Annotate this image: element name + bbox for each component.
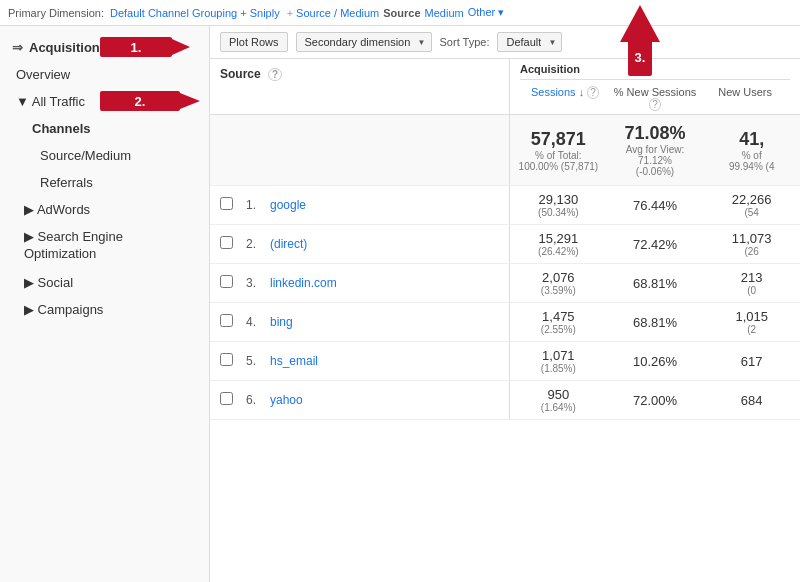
sidebar-source-medium-label: Source/Medium bbox=[40, 148, 131, 163]
summary-pct-new-sessions-cell: 71.08% Avg for View: 71.12% (-0.06%) bbox=[607, 115, 704, 185]
pct-new-sessions-help-icon: ? bbox=[649, 98, 661, 111]
sidebar-social-label: ▶ Social bbox=[24, 275, 73, 290]
row-checkbox-input-5[interactable] bbox=[220, 392, 233, 405]
sidebar-acquisition-label: Acquisition bbox=[29, 40, 100, 55]
table-body: 57,871 % of Total: 100.00% (57,871) 71.0… bbox=[210, 115, 800, 582]
sidebar-item-campaigns[interactable]: ▶ Campaigns bbox=[0, 296, 209, 323]
new-users-value-3: 1,015 bbox=[707, 309, 796, 324]
sidebar-adwords-label: ▶ AdWords bbox=[24, 202, 90, 217]
pct-new-sessions-header[interactable]: % New Sessions ? bbox=[610, 84, 701, 112]
sidebar-item-referrals[interactable]: Referrals bbox=[0, 169, 209, 196]
row-checkbox-input-3[interactable] bbox=[220, 314, 233, 327]
row-number-1: 2. bbox=[246, 237, 264, 251]
row-checkbox-input-1[interactable] bbox=[220, 236, 233, 249]
new-users-header[interactable]: New Users bbox=[700, 84, 790, 100]
nav-link-source-medium[interactable]: Source / Medium bbox=[296, 7, 379, 19]
row-sessions-2: 2,076 (3.59%) bbox=[510, 264, 607, 302]
nav-link-source[interactable]: Source bbox=[383, 7, 420, 19]
row-left-4: 5. hs_email bbox=[210, 342, 510, 380]
sidebar-item-adwords[interactable]: ▶ AdWords bbox=[0, 196, 209, 223]
sidebar-item-channels[interactable]: Channels bbox=[0, 115, 209, 142]
pct-new-value-4: 10.26% bbox=[611, 354, 700, 369]
row-checkbox-input-2[interactable] bbox=[220, 275, 233, 288]
summary-sessions-sub2: 100.00% (57,871) bbox=[514, 161, 603, 172]
sessions-value-4: 1,071 bbox=[514, 348, 603, 363]
row-checkbox-3[interactable] bbox=[220, 314, 240, 330]
table-row: 2. (direct) 15,291 (26.42%) 72.42% 11,07… bbox=[210, 225, 800, 264]
sidebar-referrals-label: Referrals bbox=[40, 175, 93, 190]
row-source-link-3[interactable]: bing bbox=[270, 315, 293, 329]
sidebar-item-overview[interactable]: Overview bbox=[0, 61, 209, 88]
row-left-1: 2. (direct) bbox=[210, 225, 510, 263]
secondary-dimension-select[interactable]: Secondary dimension bbox=[296, 32, 432, 52]
row-sessions-4: 1,071 (1.85%) bbox=[510, 342, 607, 380]
sidebar-all-traffic-label: ▼ All Traffic bbox=[16, 94, 85, 109]
row-source-link-2[interactable]: linkedin.com bbox=[270, 276, 337, 290]
row-new-users-5: 684 bbox=[703, 387, 800, 414]
new-users-value-1: 11,073 bbox=[707, 231, 796, 246]
row-checkbox-0[interactable] bbox=[220, 197, 240, 213]
sidebar: ⇒ Acquisition 1. Overview ▼ All Traffic … bbox=[0, 26, 210, 582]
sidebar-item-seo[interactable]: ▶ Search Engine Optimization bbox=[0, 223, 209, 269]
pct-new-value-2: 68.81% bbox=[611, 276, 700, 291]
row-right-2: 2,076 (3.59%) 68.81% 213 (0 bbox=[510, 264, 800, 302]
row-pct-new-2: 68.81% bbox=[607, 270, 704, 297]
plot-rows-button[interactable]: Plot Rows bbox=[220, 32, 288, 52]
row-sessions-1: 15,291 (26.42%) bbox=[510, 225, 607, 263]
sessions-header[interactable]: Sessions ↓ ? bbox=[520, 84, 610, 100]
svg-text:3.: 3. bbox=[635, 50, 646, 65]
new-users-pct-1: (26 bbox=[707, 246, 796, 257]
sessions-pct-5: (1.64%) bbox=[514, 402, 603, 413]
sort-type-label: Sort Type: bbox=[440, 36, 490, 48]
new-users-pct-2: (0 bbox=[707, 285, 796, 296]
sort-type-select[interactable]: Default bbox=[497, 32, 562, 52]
row-new-users-0: 22,266 (54 bbox=[703, 186, 800, 224]
row-left-5: 6. yahoo bbox=[210, 381, 510, 419]
summary-pct-sub2: 71.12% bbox=[611, 155, 700, 166]
summary-row-right: 57,871 % of Total: 100.00% (57,871) 71.0… bbox=[510, 115, 800, 185]
summary-sessions-cell: 57,871 % of Total: 100.00% (57,871) bbox=[510, 121, 607, 180]
table-header: Source ? Acquisition Sessions ↓ ? % New … bbox=[210, 59, 800, 115]
row-source-link-4[interactable]: hs_email bbox=[270, 354, 318, 368]
row-right-1: 15,291 (26.42%) 72.42% 11,073 (26 bbox=[510, 225, 800, 263]
svg-marker-5 bbox=[180, 93, 200, 109]
source-column-header: Source ? bbox=[210, 59, 510, 114]
summary-new-users-sub2: 99.94% (4 bbox=[707, 161, 796, 172]
sessions-pct-1: (26.42%) bbox=[514, 246, 603, 257]
table-row: 4. bing 1,475 (2.55%) 68.81% 1,015 (2 bbox=[210, 303, 800, 342]
row-right-0: 29,130 (50.34%) 76.44% 22,266 (54 bbox=[510, 186, 800, 224]
row-pct-new-3: 68.81% bbox=[607, 309, 704, 336]
row-pct-new-0: 76.44% bbox=[607, 192, 704, 219]
summary-sessions-value: 57,871 bbox=[514, 129, 603, 150]
row-checkbox-4[interactable] bbox=[220, 353, 240, 369]
summary-pct-new-sessions-value: 71.08% bbox=[611, 123, 700, 144]
row-checkbox-1[interactable] bbox=[220, 236, 240, 252]
sessions-value-2: 2,076 bbox=[514, 270, 603, 285]
row-checkbox-input-0[interactable] bbox=[220, 197, 233, 210]
sidebar-item-all-traffic[interactable]: ▼ All Traffic 2. bbox=[0, 88, 209, 115]
row-pct-new-1: 72.42% bbox=[607, 231, 704, 258]
summary-sessions-sub1: % of Total: bbox=[514, 150, 603, 161]
sessions-help-icon: ? bbox=[587, 86, 599, 99]
new-users-value-4: 617 bbox=[707, 354, 796, 369]
row-checkbox-2[interactable] bbox=[220, 275, 240, 291]
summary-new-users-value: 41, bbox=[707, 129, 796, 150]
table-row: 1. google 29,130 (50.34%) 76.44% 22,266 … bbox=[210, 186, 800, 225]
nav-link-other[interactable]: Other ▾ bbox=[468, 6, 505, 19]
row-source-link-5[interactable]: yahoo bbox=[270, 393, 303, 407]
row-checkbox-input-4[interactable] bbox=[220, 353, 233, 366]
pct-new-value-3: 68.81% bbox=[611, 315, 700, 330]
nav-link-default-channel[interactable]: Default Channel Grouping + Sniply bbox=[110, 7, 280, 19]
nav-link-medium[interactable]: Medium bbox=[425, 7, 464, 19]
summary-new-users-sub1: % of bbox=[707, 150, 796, 161]
table-row: 6. yahoo 950 (1.64%) 72.00% 684 bbox=[210, 381, 800, 420]
sidebar-item-acquisition[interactable]: ⇒ Acquisition 1. bbox=[0, 34, 209, 61]
svg-text:1.: 1. bbox=[131, 40, 142, 55]
row-checkbox-5[interactable] bbox=[220, 392, 240, 408]
sidebar-item-source-medium[interactable]: Source/Medium bbox=[0, 142, 209, 169]
row-source-link-1[interactable]: (direct) bbox=[270, 237, 307, 251]
sort-type-wrapper: Default bbox=[497, 32, 562, 52]
row-source-link-0[interactable]: google bbox=[270, 198, 306, 212]
sidebar-item-social[interactable]: ▶ Social bbox=[0, 269, 209, 296]
row-left-0: 1. google bbox=[210, 186, 510, 224]
